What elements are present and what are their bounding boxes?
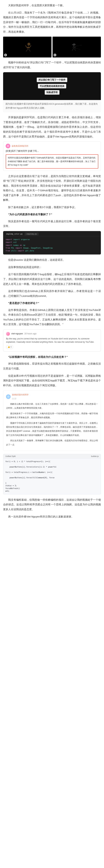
para-9: 这个项目里的视频代码有个bug会报错，修bug之后项目不知道也把他的注释删掉了。… — [3, 272, 101, 286]
subtitle-bar-2: 可以把预览动画里的色块 — [38, 84, 66, 88]
subtitle-bar-1: 所以我们专门写了一个软件 — [37, 78, 67, 82]
subtitle-card: 所以我们专门写了一个软件 可以把预览动画里的色块 转换成字符 因为我们在视频中展… — [3, 72, 101, 112]
long-post-p1: 抱歉这么晚才来回复大家。过去三天发生了太多事情，我也第一次愿了别人网暴，所以想多… — [6, 402, 98, 410]
github-username[interactable]: viet-nguyen — [11, 332, 23, 335]
github-comment: viet-nguyen 16 hours ago By the way, you… — [3, 329, 101, 351]
para-10: 这些事情我们也在GitHub上联系到原作者并得到了确认，作者觉得这是一个误会，已… — [3, 289, 101, 299]
reaction-pill[interactable]: 👍 6 — [6, 345, 13, 349]
para-4: 之所以在这里撒谎出现了这个错误，是因为当我想让软件的案文更精减，单纯觉得"专门写… — [3, 174, 101, 203]
para-11: 这件事情是假的。作者在GitHub上跟我们说他被人冒充了并没有发过YouTube… — [3, 308, 101, 327]
para-15: 再一次向原作者Viet Nguyen和关注我们的人道歉道谢谢。 — [3, 515, 101, 519]
code-block-1: import import argparse import cv2 import… — [3, 236, 101, 254]
para-13: 但是如果23年代号视频出现过的并不是盗版软件，是一个试用版。试用版如果检测到是在… — [3, 374, 101, 388]
subtitle-bar-3: 转换成字符 — [45, 90, 60, 95]
ascii-art-1: ### ##### ### # | # # | # ##### | | | | … — [24, 43, 31, 51]
avatar — [6, 332, 10, 336]
long-post-p3: 视频中字符转换工具部分参考了越南程序员的开源项目引发了大家的争议。周日上午，在微… — [6, 421, 98, 437]
para-5: 除了基本的歉之外，还主要有3个问题，我看到了很多争议。 — [3, 205, 101, 210]
avatar — [6, 144, 10, 148]
editor-tab-active[interactable]: img2img_color.py — [4, 232, 24, 236]
avatar — [6, 395, 10, 399]
weibo-username[interactable]: 金枪鱼回来咯关闭 — [12, 144, 28, 148]
question-2: "是否是抄了作者的评论？" — [3, 301, 101, 306]
diff-code-card: Unified Split builder.js for(i = 0; i < … — [3, 454, 101, 494]
para-14: 我没有编程基础，但我想做一些依赖编程的项目，这就会让我的视频处于一个缝合的状态。… — [3, 498, 101, 512]
ascii-art-2: .oOOo. oOOOOOo __ 'ooo' ___---' | .-' /|… — [71, 43, 82, 51]
long-post-p2: 最近刚发布了一个字符画视频，大概内容是先用一个软件把视频转成字符画，再把每一帧字… — [6, 412, 98, 420]
para-intro: 大家好我是何同学，在这里跟大家郑重道一个歉。 — [3, 3, 101, 8]
github-comment-body: By the way, you're correct that my comme… — [6, 337, 98, 344]
code-block-2: for(i = 0; i < (2 * totalProgress+1); i+… — [3, 459, 101, 494]
video-caption-1: 视频中55秒的这句"所以我们专门写了一个软件，可以把预览动画里的色块直接转成字符… — [3, 60, 101, 70]
diff-view-mode[interactable]: Unified Split — [5, 455, 15, 457]
weibo-quote-card: 金枪鱼回来咯关闭 [回复]我不了解何同学 抄袭了吗… 何同学在最近的的视频中使用… — [3, 142, 101, 170]
highlighted-quote: 何同学在最近的的视频中使用了GitHub的开源代码，但是在视频中说是自己写的。且… — [6, 154, 98, 168]
long-post-p4: 所以当天我发了一条微博，简单解释了我们并没有删注释。但是因为没有仔细看协议，所以… — [6, 439, 98, 447]
para-7: 但是@uuxixs 说是我们删除的信息，这就是谣言。 — [3, 258, 101, 262]
para-2: 在11月15日，我发布了一个名为《我用36万行备忘录做了个动画……》的视频。视频… — [3, 10, 101, 34]
editor-tab[interactable]: img2img.py — [25, 232, 38, 236]
weibo-text: [回复]我不了解何同学 抄袭了吗… — [6, 149, 98, 153]
para-6: 情况是原作者信息一般写在代码文件最上面的这行注释，但是作者的这个项目里没有。 — [3, 219, 101, 229]
para-12: 评论里也陆陆续续，应该有提出我之前视频有出现过盗版软件画面。之前确实没注意这个问… — [3, 362, 101, 371]
weibo-timestamp: 11:22 — [12, 397, 29, 401]
video-frame-2[interactable]: .oOOo. oOOOOOo __ 'ooo' ___---' | .-' /|… — [53, 37, 101, 58]
video-thumbnails: ### ##### ### # | # # | # ##### | | | | … — [3, 37, 101, 58]
para-3: 开屏版的是廖同学写的，也是我们代码的主要工作者。他在原项目基础上，增加了图形化的… — [3, 115, 101, 139]
weibo-long-post: 老师好我叫何同学 11:22 抱歉这么晚才来回复大家。过去三天发生了太多事情，我… — [3, 390, 101, 451]
weibo-username[interactable]: 老师好我叫何同学 — [12, 393, 29, 397]
subtitle-card-text: 因为我们在视频中展示的软件是由开源项目ASCII-generator改动而来，我… — [3, 100, 101, 112]
video-frame-1[interactable]: ### ##### ### # | # # | # ##### | | | | … — [3, 37, 51, 58]
question-3: "以前视频中有码没授权，在现在为什么没改过来？" — [3, 355, 101, 360]
para-8: 这段事情线的起因是这样的： — [3, 265, 101, 270]
github-timestamp: 16 hours ago — [24, 332, 36, 335]
question-1: "为什么代码里原作者的名字删掉了？" — [3, 212, 101, 217]
code-editor-screenshot: img2img_color.py img2img.py import impor… — [3, 231, 101, 254]
diff-filename: builder.js — [91, 455, 99, 457]
